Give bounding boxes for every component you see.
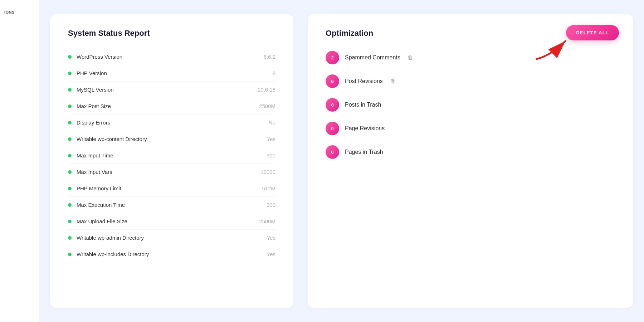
status-dot — [68, 203, 72, 207]
status-value: Yes — [267, 251, 275, 257]
system-status-title: System Status Report — [68, 29, 275, 38]
status-dot — [68, 154, 72, 157]
status-label: Max Input Vars — [77, 169, 112, 175]
opt-badge: 2 — [326, 51, 339, 64]
status-label: Max Post Size — [77, 103, 111, 109]
opt-badge: 0 — [326, 122, 339, 135]
main-content: System Status Report WordPress Version 6… — [39, 0, 644, 322]
status-dot — [68, 236, 72, 240]
status-item-left: PHP Version — [68, 70, 107, 76]
status-item: WordPress Version 6.6.2 — [68, 49, 275, 65]
status-value: 8 — [273, 70, 275, 76]
status-dot — [68, 72, 72, 75]
status-item: PHP Version 8 — [68, 65, 275, 82]
status-dot — [68, 88, 72, 92]
sidebar: IONS — [0, 0, 39, 322]
status-value: 2500M — [259, 218, 275, 224]
status-value: Yes — [267, 235, 275, 241]
delete-all-button[interactable]: DELETE ALL — [566, 25, 619, 40]
status-item: Max Execution Time 300 — [68, 197, 275, 213]
status-value: 300 — [267, 152, 275, 158]
status-item: Max Input Time 300 — [68, 147, 275, 164]
status-item: Max Upload File Size 2500M — [68, 213, 275, 230]
status-label: PHP Version — [77, 70, 107, 76]
status-item: Max Post Size 2500M — [68, 98, 275, 114]
status-item-left: Writable wp-includes Directory — [68, 251, 149, 257]
status-dot — [68, 187, 72, 190]
status-value: 2500M — [259, 103, 275, 109]
sidebar-label: IONS — [0, 7, 19, 17]
status-item: Writable wp-includes Directory Yes — [68, 246, 275, 262]
status-dot — [68, 253, 72, 256]
opt-item: 0 Page Revisions — [326, 122, 615, 135]
opt-item: 0 Posts in Trash — [326, 98, 615, 112]
status-label: WordPress Version — [77, 54, 122, 60]
status-item: Writable wp-admin Directory Yes — [68, 230, 275, 246]
status-item-left: Max Input Vars — [68, 169, 112, 175]
status-dot — [68, 55, 72, 59]
opt-item-label: Page Revisions — [345, 125, 385, 132]
status-item-left: MySQL Version — [68, 87, 114, 93]
status-label: Display Errors — [77, 119, 110, 126]
opt-item: 6 Post Revisions 🗑 — [326, 74, 615, 88]
status-label: Max Upload File Size — [77, 218, 127, 224]
opt-item-label: Post Revisions — [345, 78, 383, 84]
status-label: MySQL Version — [77, 87, 114, 93]
opt-badge: 6 — [326, 74, 339, 88]
status-item-left: Max Post Size — [68, 103, 111, 109]
status-value: Yes — [267, 136, 275, 142]
status-item: Display Errors No — [68, 114, 275, 131]
opt-badge: 0 — [326, 145, 339, 159]
status-item: Writable wp-content Directory Yes — [68, 131, 275, 147]
status-item-left: WordPress Version — [68, 54, 122, 60]
status-value: 6.6.2 — [264, 54, 275, 60]
opt-item-label: Spammed Comments — [345, 54, 400, 61]
optimization-list: 2 Spammed Comments 🗑 6 Post Revisions 🗑 … — [326, 51, 615, 159]
status-value: 300 — [267, 202, 275, 208]
right-panel: Optimization DELETE ALL 2 Spammed Commen… — [308, 14, 633, 308]
opt-item: 2 Spammed Comments 🗑 — [326, 51, 615, 64]
status-dot — [68, 220, 72, 223]
status-label: Writable wp-content Directory — [77, 136, 147, 142]
opt-item: 0 Pages in Trash — [326, 145, 615, 159]
status-item-left: Writable wp-admin Directory — [68, 235, 144, 241]
status-label: Max Input Time — [77, 152, 113, 158]
status-label: Writable wp-admin Directory — [77, 235, 144, 241]
status-label: PHP Memory Limit — [77, 185, 121, 191]
trash-icon[interactable]: 🗑 — [408, 54, 413, 61]
trash-icon[interactable]: 🗑 — [390, 78, 396, 84]
status-item: Max Input Vars 10000 — [68, 164, 275, 180]
opt-item-label: Pages in Trash — [345, 149, 383, 155]
status-item-left: Max Input Time — [68, 152, 113, 158]
status-value: 10.6.18 — [258, 87, 275, 93]
status-dot — [68, 170, 72, 174]
status-item-left: Max Upload File Size — [68, 218, 127, 224]
status-item: MySQL Version 10.6.18 — [68, 82, 275, 98]
optimization-title: Optimization — [326, 29, 373, 38]
status-item-left: Max Execution Time — [68, 202, 125, 208]
status-label: Writable wp-includes Directory — [77, 251, 149, 257]
status-label: Max Execution Time — [77, 202, 125, 208]
status-item: PHP Memory Limit 512M — [68, 180, 275, 197]
status-list: WordPress Version 6.6.2 PHP Version 8 My… — [68, 49, 275, 262]
left-panel: System Status Report WordPress Version 6… — [50, 14, 293, 308]
status-value: No — [269, 119, 275, 126]
opt-item-label: Posts in Trash — [345, 102, 381, 108]
status-value: 512M — [262, 185, 275, 191]
status-item-left: Writable wp-content Directory — [68, 136, 147, 142]
status-value: 10000 — [260, 169, 275, 175]
status-dot — [68, 121, 72, 125]
status-dot — [68, 104, 72, 108]
opt-badge: 0 — [326, 98, 339, 112]
status-item-left: Display Errors — [68, 119, 110, 126]
status-dot — [68, 137, 72, 141]
status-item-left: PHP Memory Limit — [68, 185, 121, 191]
